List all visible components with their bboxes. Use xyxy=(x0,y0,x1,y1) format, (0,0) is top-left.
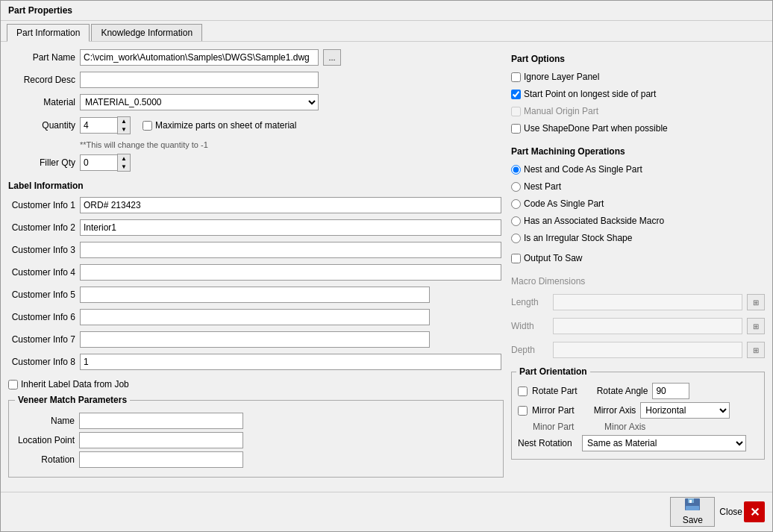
filler-qty-spinner: ▲ ▼ xyxy=(80,154,131,172)
mirror-part-checkbox[interactable] xyxy=(518,406,528,416)
output-saw-checkbox[interactable] xyxy=(511,254,521,263)
use-shapedone-label: Use ShapeDone Part when possible xyxy=(524,123,668,134)
macro-width-row: Width ⊞ xyxy=(511,318,765,334)
quantity-up-btn[interactable]: ▲ xyxy=(118,117,130,125)
maximize-checkbox[interactable] xyxy=(143,121,152,131)
quantity-spinner: ▲ ▼ xyxy=(80,116,131,134)
quantity-input[interactable] xyxy=(80,117,117,134)
radio-code-single-row: Code As Single Part xyxy=(511,198,765,209)
macro-length-btn[interactable]: ⊞ xyxy=(747,294,765,310)
manual-origin-label: Manual Origin Part xyxy=(524,106,598,116)
customer-info-3-row: Customer Info 3 xyxy=(8,242,504,258)
ignore-layer-label: Ignore Layer Panel xyxy=(524,72,599,82)
customer-info-6-input[interactable] xyxy=(80,309,430,325)
start-point-label: Start Point on longest side of part xyxy=(524,89,656,99)
rotate-angle-label: Rotate Angle xyxy=(597,386,648,396)
customer-info-6-row: Customer Info 6 xyxy=(8,309,504,325)
main-window: Part Properties Part Information Knowled… xyxy=(0,0,773,532)
nest-rotation-select[interactable]: Same as Material 0 90 180 270 xyxy=(582,435,746,451)
customer-info-4-row: Customer Info 4 xyxy=(8,264,504,281)
material-select[interactable]: MATERIAL_0.5000 xyxy=(80,94,319,110)
ignore-layer-checkbox[interactable] xyxy=(511,72,521,82)
start-point-row: Start Point on longest side of part xyxy=(511,89,765,99)
tab-part-information[interactable]: Part Information xyxy=(7,24,90,42)
quantity-note: **This will change the quantity to -1 xyxy=(80,140,504,149)
veneer-location-input[interactable] xyxy=(79,432,243,448)
minor-part-label: Minor Part xyxy=(533,422,592,432)
veneer-rotation-label: Rotation xyxy=(15,454,75,465)
svg-rect-2 xyxy=(689,500,692,503)
radio-nest[interactable] xyxy=(511,182,521,192)
macro-dimensions-title: Macro Dimensions xyxy=(511,276,765,287)
part-name-input[interactable] xyxy=(80,49,319,66)
customer-info-1-row: Customer Info 1 xyxy=(8,197,504,213)
inherit-checkbox[interactable] xyxy=(8,380,18,389)
record-desc-input[interactable] xyxy=(80,72,319,88)
macro-width-btn[interactable]: ⊞ xyxy=(747,318,765,334)
part-orientation-group: Part Orientation Rotate Part Rotate Angl… xyxy=(511,372,765,460)
radio-nest-row: Nest Part xyxy=(511,181,765,192)
filler-qty-down-btn[interactable]: ▼ xyxy=(118,163,130,171)
save-icon xyxy=(683,498,701,513)
mirror-part-row: Mirror Part Mirror Axis Horizontal Verti… xyxy=(518,402,758,419)
veneer-location-row: Location Point xyxy=(15,432,497,448)
rotate-angle-input[interactable] xyxy=(652,383,689,399)
quantity-label: Quantity xyxy=(8,120,75,131)
inherit-label: Inherit Label Data from Job xyxy=(21,379,129,389)
macro-width-input xyxy=(553,318,742,334)
customer-info-8-input[interactable] xyxy=(80,354,501,370)
radio-backside[interactable] xyxy=(511,216,521,226)
mirror-part-label: Mirror Part xyxy=(532,405,575,416)
mirror-axis-label: Mirror Axis xyxy=(594,405,636,416)
browse-button[interactable]: ... xyxy=(323,49,341,66)
macro-width-label: Width xyxy=(511,321,548,331)
filler-qty-up-btn[interactable]: ▲ xyxy=(118,154,130,163)
start-point-checkbox[interactable] xyxy=(511,90,521,99)
customer-info-6-label: Customer Info 6 xyxy=(8,312,75,322)
mirror-axis-select[interactable]: Horizontal Vertical xyxy=(640,402,730,419)
macro-length-input xyxy=(553,294,742,310)
content-area: Part Name ... Record Desc Material MATER… xyxy=(1,42,772,492)
veneer-rotation-input[interactable] xyxy=(79,451,243,468)
tab-knowledge-information[interactable]: Knowledge Information xyxy=(91,24,202,41)
customer-info-5-input[interactable] xyxy=(80,287,430,303)
label-info-section: Label Information xyxy=(8,181,504,191)
macro-depth-btn[interactable]: ⊞ xyxy=(747,342,765,358)
veneer-name-row: Name xyxy=(15,413,497,429)
radio-nest-code[interactable] xyxy=(511,165,521,175)
customer-info-5-label: Customer Info 5 xyxy=(8,290,75,300)
customer-info-2-label: Customer Info 2 xyxy=(8,222,75,233)
maximize-row: Maximize parts on sheet of material xyxy=(143,120,296,131)
customer-info-7-input[interactable] xyxy=(80,331,430,348)
veneer-rotation-row: Rotation xyxy=(15,451,497,468)
customer-info-3-input[interactable] xyxy=(80,242,501,258)
part-name-row: Part Name ... xyxy=(8,49,504,66)
customer-info-2-input[interactable] xyxy=(80,219,501,236)
radio-irregular[interactable] xyxy=(511,234,521,243)
customer-info-1-input[interactable] xyxy=(80,197,501,213)
close-button[interactable]: Close ✕ xyxy=(719,497,765,527)
part-orientation-title: Part Orientation xyxy=(516,366,590,377)
material-label: Material xyxy=(8,97,75,107)
quantity-spinner-btns: ▲ ▼ xyxy=(117,116,131,134)
macro-depth-input xyxy=(553,342,742,358)
customer-info-8-label: Customer Info 8 xyxy=(8,357,75,367)
nest-rotation-row: Nest Rotation Same as Material 0 90 180 … xyxy=(518,435,758,451)
rotate-part-checkbox[interactable] xyxy=(518,387,528,396)
veneer-match-title: Veneer Match Parameters xyxy=(15,395,130,405)
save-label: Save xyxy=(683,515,703,525)
veneer-name-input[interactable] xyxy=(79,413,243,429)
close-icon: ✕ xyxy=(744,501,765,522)
filler-qty-input[interactable] xyxy=(80,154,117,171)
quantity-down-btn[interactable]: ▼ xyxy=(118,125,130,134)
machining-ops-title: Part Machining Operations xyxy=(511,146,765,157)
ignore-layer-row: Ignore Layer Panel xyxy=(511,72,765,82)
minor-labels-row: Minor Part Minor Axis xyxy=(533,422,758,432)
use-shapedone-checkbox[interactable] xyxy=(511,124,521,134)
maximize-label: Maximize parts on sheet of material xyxy=(155,120,296,131)
save-button[interactable]: Save xyxy=(670,497,715,527)
radio-code-single[interactable] xyxy=(511,199,521,209)
customer-info-4-input[interactable] xyxy=(80,264,501,281)
macro-length-label: Length xyxy=(511,297,548,307)
manual-origin-checkbox[interactable] xyxy=(511,107,521,116)
